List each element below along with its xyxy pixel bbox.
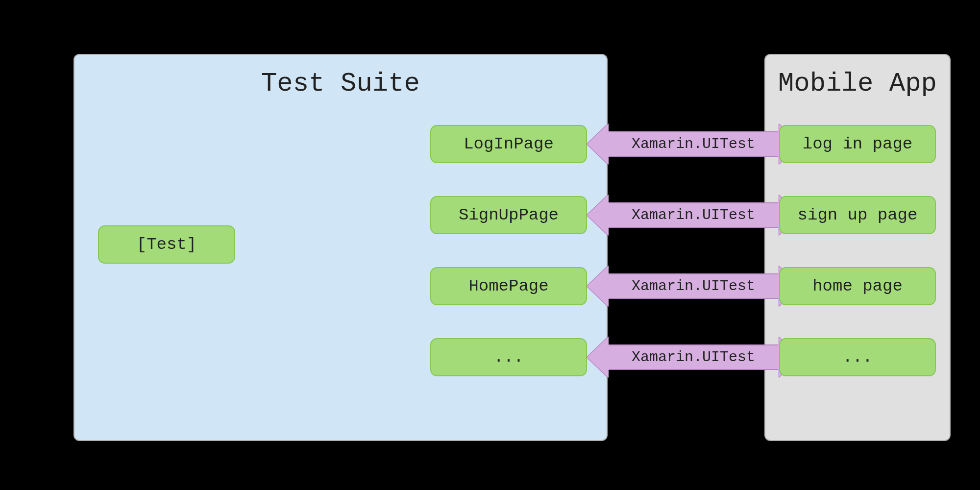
connector-arrow: Xamarin.UITest	[608, 344, 779, 370]
app-page-more: ...	[779, 338, 936, 376]
mobile-app-panel: Mobile App	[764, 54, 951, 441]
page-node-home: HomePage	[430, 267, 587, 305]
connector-arrow: Xamarin.UITest	[608, 202, 779, 228]
page-node-login: LogInPage	[430, 125, 587, 163]
test-suite-title: Test Suite	[74, 55, 607, 98]
connector-arrow: Xamarin.UITest	[608, 131, 779, 157]
app-page-signup: sign up page	[779, 196, 936, 234]
connector-arrow: Xamarin.UITest	[608, 273, 779, 299]
mobile-app-title: Mobile App	[765, 55, 950, 98]
app-page-login: log in page	[779, 125, 936, 163]
app-page-home: home page	[779, 267, 936, 305]
page-node-more: ...	[430, 338, 587, 376]
test-root-node: [Test]	[98, 225, 235, 264]
page-node-signup: SignUpPage	[430, 196, 587, 234]
